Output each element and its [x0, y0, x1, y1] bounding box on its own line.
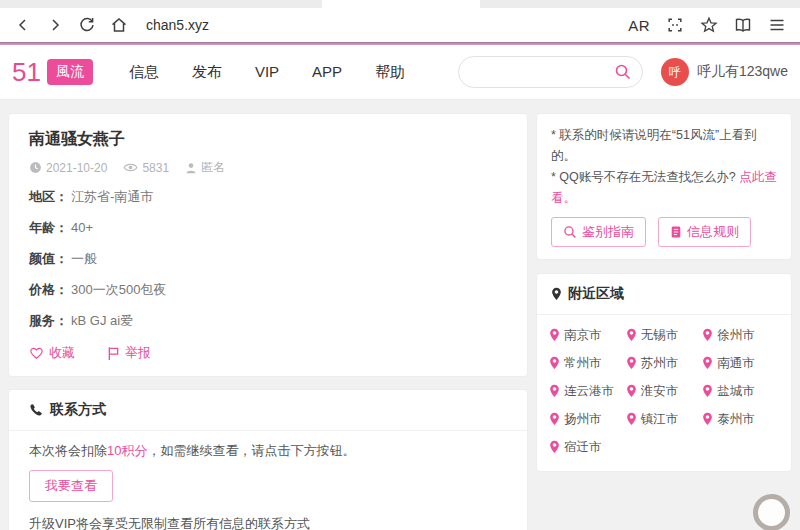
- field-value: 江苏省-南通市: [71, 189, 153, 204]
- field-region: 地区：江苏省-南通市: [29, 188, 507, 206]
- city-nantong[interactable]: 南通市: [702, 355, 779, 371]
- city-label: 镇江市: [641, 411, 679, 428]
- back-to-top-button[interactable]: [753, 494, 790, 530]
- toolbar-right: AR: [628, 16, 786, 34]
- user-name[interactable]: 呼儿有123qwe: [697, 63, 788, 81]
- field-value: kB GJ ai爱: [71, 313, 133, 328]
- menu-icon[interactable]: [768, 16, 786, 34]
- favorite-button[interactable]: 收藏: [29, 344, 75, 362]
- search-icon[interactable]: [614, 63, 632, 81]
- home-icon[interactable]: [110, 16, 128, 34]
- person-icon: [185, 162, 197, 174]
- nav-item-app[interactable]: APP: [312, 63, 342, 82]
- city-label: 宿迁市: [564, 439, 602, 456]
- city-yangzhou[interactable]: 扬州市: [549, 411, 626, 427]
- scan-frame-icon[interactable]: [666, 16, 684, 34]
- contact-card-header: 联系方式: [9, 390, 527, 431]
- city-label: 徐州市: [717, 327, 755, 344]
- city-label: 苏州市: [641, 355, 679, 372]
- meta-views: 5831: [123, 161, 169, 175]
- pin-icon: [702, 328, 713, 342]
- deduct-prefix: 本次将会扣除: [29, 443, 107, 458]
- active-tab[interactable]: [322, 0, 480, 8]
- contact-body: 本次将会扣除10积分，如需继续查看，请点击下方按钮。 我要查看 升级VIP将会享…: [9, 431, 527, 530]
- refresh-icon[interactable]: [78, 16, 96, 34]
- nav-item-help[interactable]: 帮助: [375, 63, 405, 82]
- city-zhenjiang[interactable]: 镇江市: [626, 411, 703, 427]
- main-content: 南通骚女燕子 2021-10-20 5831 匿名: [0, 100, 800, 530]
- browser-tab-strip: [0, 0, 800, 8]
- meta-date-text: 2021-10-20: [46, 161, 107, 175]
- pin-icon: [626, 356, 637, 370]
- bookmark-star-icon[interactable]: [700, 16, 718, 34]
- city-label: 南通市: [717, 355, 755, 372]
- url-text[interactable]: chan5.xyz: [146, 17, 209, 33]
- nearby-header: 附近区域: [537, 274, 791, 315]
- nav-item-vip[interactable]: VIP: [255, 63, 279, 82]
- city-label: 泰州市: [717, 411, 755, 428]
- city-label: 扬州市: [564, 411, 602, 428]
- right-column: * 联系的时候请说明在“51风流”上看到的。 * QQ账号不存在无法查找怎么办?…: [536, 113, 792, 530]
- meta-author-text: 匿名: [201, 159, 225, 176]
- back-icon[interactable]: [14, 16, 32, 34]
- clock-icon: [29, 161, 42, 174]
- report-button[interactable]: 举报: [107, 344, 151, 362]
- deduct-notice: 本次将会扣除10积分，如需继续查看，请点击下方按钮。: [29, 443, 507, 458]
- listing-meta: 2021-10-20 5831 匿名: [29, 159, 507, 176]
- pin-icon: [549, 356, 560, 370]
- city-suzhou[interactable]: 苏州市: [626, 355, 703, 371]
- field-age: 年龄：40+: [29, 219, 507, 237]
- field-value: 一般: [71, 251, 97, 266]
- field-label: 服务：: [29, 313, 68, 328]
- guide-label: 鉴别指南: [582, 223, 634, 241]
- flag-icon: [107, 346, 120, 361]
- site-logo[interactable]: 51 風流: [12, 57, 93, 88]
- browser-toolbar: chan5.xyz AR: [0, 8, 800, 42]
- city-xuzhou[interactable]: 徐州市: [702, 327, 779, 343]
- pin-icon: [626, 384, 637, 398]
- notice-line-2-text: * QQ账号不存在无法查找怎么办?: [551, 170, 739, 184]
- rules-button[interactable]: 信息规则: [658, 217, 751, 247]
- city-label: 南京市: [564, 327, 602, 344]
- eye-icon: [123, 162, 138, 173]
- phone-icon: [29, 403, 43, 417]
- field-value: 40+: [71, 220, 93, 235]
- site-header: 51 風流 信息 发布 VIP APP 帮助 呼 呼儿有123qwe: [0, 45, 800, 100]
- guide-button[interactable]: 鉴别指南: [551, 217, 646, 247]
- city-suqian[interactable]: 宿迁市: [549, 439, 626, 455]
- city-changzhou[interactable]: 常州市: [549, 355, 626, 371]
- city-taizhou[interactable]: 泰州市: [702, 411, 779, 427]
- reader-mode-label[interactable]: AR: [628, 17, 650, 34]
- city-huaian[interactable]: 淮安市: [626, 383, 703, 399]
- pin-icon: [549, 440, 560, 454]
- view-contact-button[interactable]: 我要查看: [29, 470, 113, 502]
- magnifier-icon: [563, 225, 577, 239]
- journal-icon: [670, 225, 682, 239]
- notice-line-2: * QQ账号不存在无法查找怎么办? 点此查看。: [551, 167, 777, 209]
- field-price: 价格：300一次500包夜: [29, 281, 507, 299]
- city-yancheng[interactable]: 盐城市: [702, 383, 779, 399]
- city-nanjing[interactable]: 南京市: [549, 327, 626, 343]
- meta-date: 2021-10-20: [29, 161, 107, 175]
- notice-line-1: * 联系的时候请说明在“51风流”上看到的。: [551, 125, 777, 167]
- field-label: 颜值：: [29, 251, 68, 266]
- contact-title: 联系方式: [50, 401, 106, 419]
- city-wuxi[interactable]: 无锡市: [626, 327, 703, 343]
- nav-item-info[interactable]: 信息: [129, 63, 159, 82]
- forward-icon[interactable]: [46, 16, 64, 34]
- city-label: 常州市: [564, 355, 602, 372]
- user-avatar[interactable]: 呼: [661, 58, 689, 86]
- listing-fields: 地区：江苏省-南通市 年龄：40+ 颜值：一般 价格：300一次500包夜 服务…: [29, 188, 507, 330]
- pin-icon: [549, 328, 560, 342]
- notice-buttons: 鉴别指南 信息规则: [551, 217, 777, 247]
- favorite-label: 收藏: [49, 344, 75, 362]
- city-grid: 南京市 无锡市 徐州市 常州市 苏州市 南通市 连云港市 淮安市 盐城市 扬州市…: [537, 315, 791, 471]
- field-label: 地区：: [29, 189, 68, 204]
- reading-list-icon[interactable]: [734, 16, 752, 34]
- vip-upgrade-text: 升级VIP将会享受无限制查看所有信息的联系方式: [29, 516, 507, 530]
- city-label: 盐城市: [717, 383, 755, 400]
- meta-views-text: 5831: [142, 161, 169, 175]
- field-service: 服务：kB GJ ai爱: [29, 312, 507, 330]
- city-lianyungang[interactable]: 连云港市: [549, 383, 626, 399]
- nav-item-publish[interactable]: 发布: [192, 63, 222, 82]
